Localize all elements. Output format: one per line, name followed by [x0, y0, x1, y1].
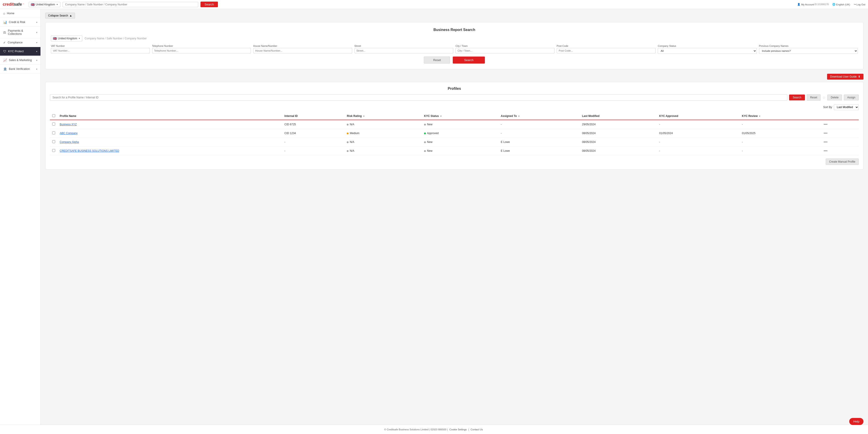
risk-dot	[347, 150, 348, 152]
city-input[interactable]	[456, 48, 555, 53]
home-icon: ⌂	[3, 11, 5, 15]
logo[interactable]: creditsafe ⁻	[3, 2, 24, 7]
chevron-icon: ▾	[36, 21, 37, 24]
help-button[interactable]: Help	[849, 418, 864, 425]
profile-name-link[interactable]: Business XYZ	[60, 123, 76, 126]
cookie-settings-link[interactable]: Cookie Settings	[450, 428, 467, 431]
row-ellipsis-button[interactable]: •••	[822, 140, 829, 145]
credit-risk-icon: 📊	[3, 20, 7, 24]
telephone-input[interactable]	[152, 48, 251, 53]
profiles-actions-right: ☆ Delete Assign	[822, 94, 859, 100]
account-id: ID:101806178	[814, 3, 829, 6]
star-icon[interactable]: ☆	[822, 95, 826, 100]
vat-field-group: VAT Number	[51, 45, 150, 54]
country-label: United Kingdom	[36, 3, 55, 6]
profile-name-link[interactable]: Company Alpha	[60, 140, 79, 144]
search-reset-button[interactable]: Reset	[424, 57, 450, 63]
row-kyc-review: -	[740, 147, 820, 155]
risk-filter-icon[interactable]: ▾	[363, 115, 364, 117]
postcode-field-group: Post Code	[557, 45, 656, 54]
col-risk-rating: Risk Rating ▾	[344, 112, 422, 120]
profiles-reset-button[interactable]: Reset	[807, 94, 820, 100]
row-risk-rating: N/A	[344, 138, 422, 147]
city-field-group: City / Town	[456, 45, 555, 54]
chevron-icon: ▾	[36, 68, 37, 70]
top-search-button[interactable]: Search	[200, 2, 218, 7]
profiles-table: Profile Name Internal ID Risk Rating ▾ K…	[50, 112, 859, 155]
row-ellipsis-button[interactable]: •••	[822, 131, 829, 136]
logout-label: Log Out	[857, 3, 865, 6]
row-checkbox[interactable]	[52, 122, 55, 125]
sidebar-item-sales[interactable]: 📈 Sales & Marketing ▾	[0, 56, 40, 65]
review-filter-icon[interactable]: ▾	[759, 115, 760, 117]
language-selector[interactable]: 🌐 English (UK)	[832, 3, 850, 6]
street-input[interactable]	[354, 48, 454, 53]
telephone-label: Telephone Number	[152, 45, 251, 47]
sidebar-item-compliance[interactable]: ✓ Compliance ▾	[0, 38, 40, 47]
row-ellipsis-button[interactable]: •••	[822, 122, 829, 127]
page-footer: © Creditsafe Business Solutions Limited …	[0, 425, 868, 434]
my-account-link[interactable]: 👤 My Account ID:101806178	[797, 3, 829, 6]
sidebar-item-home[interactable]: ⌂ Home	[0, 9, 40, 18]
row-assigned-to: E Lowe	[498, 147, 580, 155]
previous-names-select[interactable]: Include previous names? Yes No	[759, 48, 858, 54]
row-profile-name: Business XYZ	[57, 120, 282, 129]
country-selector[interactable]: 🇬🇧 United Kingdom ▼	[29, 2, 60, 7]
kyc-filter-icon[interactable]: ▾	[440, 115, 441, 117]
main-search-input[interactable]	[63, 2, 198, 7]
row-assigned-to: -	[498, 129, 580, 138]
profiles-search-row: Search Reset ☆ Delete Assign	[50, 94, 859, 100]
row-internal-id: CID 6725	[282, 120, 344, 129]
download-guide-button[interactable]: Download User Guide ⬆	[827, 74, 864, 80]
compliance-icon: ✓	[3, 41, 6, 44]
row-kyc-status: New	[422, 138, 498, 147]
col-assigned-to: Assigned To ▾	[498, 112, 580, 120]
profile-name-link[interactable]: CREDITSAFE BUSINESS SOLUTIONS LIMITED	[60, 149, 119, 152]
house-input[interactable]	[253, 48, 352, 53]
sidebar-item-kyc-protect[interactable]: 🛡 KYC Protect ▾	[0, 47, 40, 56]
kyc-dot	[424, 150, 426, 152]
profile-name-link[interactable]: ABC Company	[60, 132, 78, 135]
profiles-title: Profiles	[50, 87, 859, 91]
chevron-icon: ▾	[36, 50, 37, 53]
street-label: Street	[354, 45, 454, 47]
assign-button[interactable]: Assign	[844, 94, 859, 100]
collapse-search-button[interactable]: Collapse Search ▲	[45, 13, 75, 19]
row-checkbox[interactable]	[52, 140, 55, 143]
row-checkbox[interactable]	[52, 132, 55, 134]
row-checkbox-cell	[50, 120, 57, 129]
logout-link[interactable]: ↪ Log Out	[854, 3, 865, 6]
business-search-panel: Business Report Search 🇬🇧 United Kingdom…	[45, 22, 864, 69]
chevron-icon: ▾	[36, 59, 37, 61]
search-actions: Reset Search	[51, 57, 858, 63]
kyc-dot	[424, 124, 426, 125]
previous-names-field-group: Previous Company Names Include previous …	[759, 45, 858, 54]
create-manual-profile-button[interactable]: Create Manual Profile	[826, 158, 859, 165]
sidebar-item-label: Compliance	[8, 41, 23, 44]
delete-button[interactable]: Delete	[827, 94, 842, 100]
table-row: CREDITSAFE BUSINESS SOLUTIONS LIMITED - …	[50, 147, 859, 155]
row-checkbox[interactable]	[52, 149, 55, 152]
row-kyc-approved: -	[657, 120, 740, 129]
postcode-input[interactable]	[557, 48, 656, 53]
sidebar-item-bank-verification[interactable]: 🏦 Bank Verification ▾	[0, 65, 40, 74]
row-last-modified: 08/05/2024	[580, 147, 657, 155]
row-kyc-approved: -	[657, 147, 740, 155]
select-all-checkbox[interactable]	[52, 114, 55, 117]
payments-icon: ⚖	[3, 31, 6, 34]
search-main-button[interactable]: Search	[453, 57, 485, 63]
profiles-search-button[interactable]: Search	[789, 94, 805, 100]
company-status-select[interactable]: All Active Inactive	[658, 48, 757, 54]
sort-select[interactable]: Last Modified Profile Name Risk Rating	[834, 104, 859, 110]
sidebar-item-payments[interactable]: ⚖ Payments & Collections ▾	[0, 27, 40, 38]
sidebar-item-credit-risk[interactable]: 📊 Credit & Risk ▾	[0, 18, 40, 27]
chevron-icon: ▾	[36, 31, 37, 34]
profiles-search-input[interactable]	[50, 94, 787, 100]
row-kyc-status: Approved	[422, 129, 498, 138]
vat-input[interactable]	[51, 48, 150, 53]
row-ellipsis-button[interactable]: •••	[822, 148, 829, 153]
row-last-modified: 29/05/2024	[580, 120, 657, 129]
contact-us-link[interactable]: Contact Us	[471, 428, 483, 431]
search-country-selector[interactable]: 🇬🇧 United Kingdom ▼	[51, 35, 82, 41]
assigned-filter-icon[interactable]: ▾	[518, 115, 520, 117]
